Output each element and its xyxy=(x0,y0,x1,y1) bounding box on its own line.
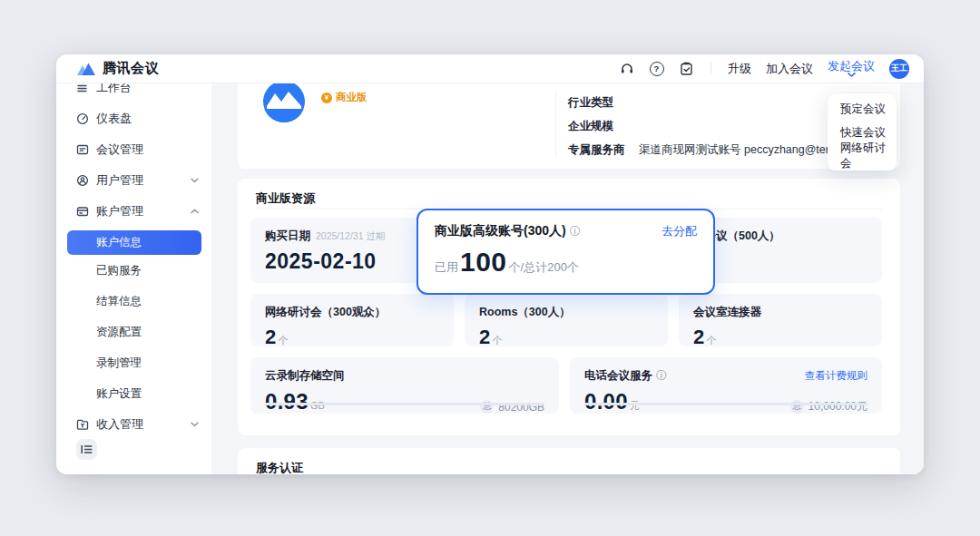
chevron-down-icon xyxy=(191,422,199,427)
sidebar-item-account-management[interactable]: 账户管理 xyxy=(56,196,211,227)
brand: 腾讯会议 xyxy=(76,60,159,77)
info-icon[interactable]: ⓘ xyxy=(570,224,581,239)
app-title: 腾讯会议 xyxy=(103,60,159,77)
dashboard-icon xyxy=(76,112,89,125)
headset-icon[interactable] xyxy=(619,61,634,76)
large-meeting-label: 大会议（500人） xyxy=(693,229,867,244)
tencent-meeting-logo-icon xyxy=(76,61,96,76)
sidebar: 工作台 仪表盘 会议管理 xyxy=(56,83,211,474)
enterprise-avatar xyxy=(263,83,305,122)
total-label: 个/总计200个 xyxy=(509,259,579,276)
business-resources-card: 商业版资源 购买日期 2025/12/31 过期 2025-02-10 大会议（… xyxy=(238,179,900,435)
account-info-card: ¥ 商业版 行业类型 企业规模 专属服务商 xyxy=(238,83,900,169)
rooms-tile: Rooms（300人） 2 个 xyxy=(465,294,668,346)
service-certification-card: 服务认证 xyxy=(238,448,900,474)
join-meeting-button[interactable]: 加入会议 xyxy=(766,61,813,77)
section-title: 商业版资源 xyxy=(256,190,315,207)
edition-badge: ¥ 商业版 xyxy=(321,91,368,104)
used-value: 100 xyxy=(460,247,507,278)
sidebar-item-workbench[interactable]: 工作台 xyxy=(56,83,211,103)
navbar-divider xyxy=(710,63,711,75)
meetings-icon xyxy=(76,143,89,156)
app-body: 工作台 仪表盘 会议管理 xyxy=(56,83,924,474)
storage-used-value: 0.93 xyxy=(265,389,309,414)
expire-note: 2025/12/31 过期 xyxy=(316,230,385,243)
sidebar-item-dashboard[interactable]: 仪表盘 xyxy=(56,103,211,134)
webinar-tile: 网络研讨会（300观众） 2 个 xyxy=(250,294,454,346)
income-icon xyxy=(76,418,89,431)
purchase-date-value: 2025-02-10 xyxy=(265,249,439,274)
main-content: ¥ 商业版 行业类型 企业规模 专属服务商 xyxy=(211,83,924,474)
sidebar-item-meeting-management[interactable]: 会议管理 xyxy=(56,134,211,165)
upgrade-button[interactable]: 升级 xyxy=(728,61,751,77)
page-background: 腾讯会议 ? xyxy=(0,0,980,536)
sidebar-item-account-info-selected[interactable]: 账户信息 xyxy=(67,230,201,255)
users-icon xyxy=(76,174,89,187)
chevron-up-icon xyxy=(191,209,199,214)
user-avatar[interactable]: 王工 xyxy=(889,59,909,79)
sidebar-item-recording-management[interactable]: 录制管理 xyxy=(56,347,211,378)
sidebar-item-income-management[interactable]: 收入管理 xyxy=(56,409,211,440)
rooms-count: 2 xyxy=(479,326,491,349)
menu-item-schedule-meeting[interactable]: 预定会议 xyxy=(828,97,897,121)
help-icon[interactable]: ? xyxy=(649,61,664,76)
start-meeting-button[interactable]: 发起会议 xyxy=(828,60,875,77)
cloud-storage-tile: 云录制存储空间 0.93 GB 总 80200GB xyxy=(250,357,559,414)
workbench-icon xyxy=(76,83,89,94)
billing-rules-link[interactable]: 查看计费规则 xyxy=(805,369,867,383)
chevron-down-icon xyxy=(848,73,856,77)
phone-progress-bar xyxy=(584,403,867,405)
connector-tile: 会议室连接器 2 个 xyxy=(679,294,882,346)
account-icon xyxy=(76,205,89,218)
survey-icon[interactable] xyxy=(679,61,694,76)
sidebar-item-resource-config[interactable]: 资源配置 xyxy=(56,317,211,347)
start-meeting-menu: 预定会议 快速会议 网络研讨会 xyxy=(828,93,897,171)
sidebar-collapse-button[interactable] xyxy=(76,439,97,460)
menu-fold-icon xyxy=(81,444,93,454)
sidebar-item-user-management[interactable]: 用户管理 xyxy=(56,165,211,196)
sidebar-item-purchased-services[interactable]: 已购服务 xyxy=(56,255,211,286)
sidebar-item-billing-info[interactable]: 结算信息 xyxy=(56,286,211,317)
storage-progress-bar xyxy=(265,403,544,405)
menu-item-webinar[interactable]: 网络研讨会 xyxy=(828,144,897,168)
navbar-actions: ? 升级 加入会议 发起会议 王工 xyxy=(619,59,909,79)
assign-link[interactable]: 去分配 xyxy=(662,223,697,239)
app-window: 腾讯会议 ? xyxy=(56,54,924,474)
section-title: 服务认证 xyxy=(256,460,303,474)
phone-total: 总 10,000.00元 xyxy=(790,399,867,414)
premium-account-title: 商业版高级账号(300人) xyxy=(435,223,566,239)
premium-account-card[interactable]: 商业版高级账号(300人) ⓘ 去分配 已用 100 个/总计200个 xyxy=(416,209,715,295)
connector-count: 2 xyxy=(693,326,705,349)
webinar-count: 2 xyxy=(265,326,277,349)
info-icon[interactable]: ⓘ xyxy=(656,368,667,384)
chevron-down-icon xyxy=(191,178,199,183)
phone-service-tile: 电话会议服务 ⓘ 查看计费规则 0.00 元 总 10,000.00元 xyxy=(570,357,882,414)
badge-coin-icon: ¥ xyxy=(321,93,332,103)
phone-used-value: 0.00 xyxy=(584,389,628,414)
sidebar-item-account-settings[interactable]: 账户设置 xyxy=(56,378,211,409)
top-navbar: 腾讯会议 ? xyxy=(56,54,924,83)
used-label: 已用 xyxy=(435,259,458,276)
